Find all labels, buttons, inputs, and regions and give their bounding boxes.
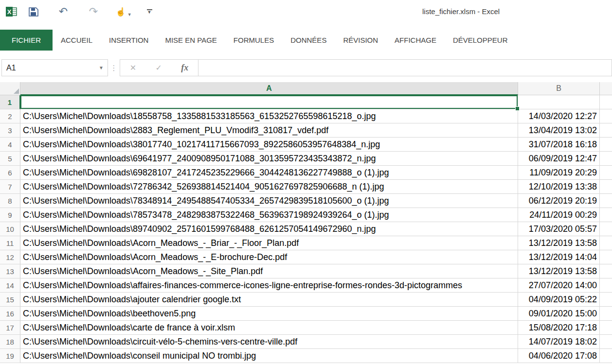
excel-logo-icon[interactable]: X xyxy=(5,4,18,19)
row-header[interactable]: 18 xyxy=(0,335,20,349)
undo-icon[interactable]: ↶ xyxy=(53,4,74,19)
row-header[interactable]: 5 xyxy=(0,152,20,166)
cell-date[interactable]: 11/09/2019 20:29 xyxy=(518,166,600,180)
row-header[interactable]: 4 xyxy=(0,138,20,152)
cell-date[interactable]: 13/04/2019 13:02 xyxy=(518,123,600,138)
row-header[interactable]: 2 xyxy=(0,109,20,123)
sheet-row: 15 C:\Users\Michel\Downloads\ajouter cal… xyxy=(0,293,612,307)
cell-date[interactable]: 14/03/2020 12:27 xyxy=(518,109,600,123)
cell-date[interactable]: 04/09/2019 05:22 xyxy=(518,293,600,307)
tab-données[interactable]: DONNÉES xyxy=(282,30,335,51)
save-icon[interactable] xyxy=(22,4,44,19)
cancel-icon[interactable]: ✕ xyxy=(130,63,136,72)
tab-mise-en-page[interactable]: MISE EN PAGE xyxy=(157,30,225,51)
cell-path[interactable]: C:\Users\Michel\Downloads\carte de franc… xyxy=(20,321,518,335)
name-box-dropdown-icon[interactable]: ▼ xyxy=(95,65,108,70)
sheet-row: 19 C:\Users\Michel\Downloads\conseil mun… xyxy=(0,349,612,363)
cell-path[interactable]: C:\Users\Michel\Downloads\18558758_13358… xyxy=(20,109,518,123)
cell-path[interactable]: C:\Users\Michel\Downloads\affaires-finan… xyxy=(20,278,518,293)
sheet-row: 1 xyxy=(0,95,612,109)
cell-path[interactable]: C:\Users\Michel\Downloads\78348914_24954… xyxy=(20,194,518,208)
row-header[interactable]: 3 xyxy=(0,123,20,138)
customize-qat-icon[interactable]: ▼ xyxy=(143,4,156,19)
row-header[interactable]: 11 xyxy=(0,236,20,250)
row-header[interactable]: 10 xyxy=(0,222,20,236)
cell-date[interactable]: 31/07/2018 16:18 xyxy=(518,138,600,152)
accept-icon[interactable]: ✓ xyxy=(155,63,162,72)
cell-date[interactable]: 09/01/2020 15:00 xyxy=(518,307,600,321)
row-header[interactable]: 8 xyxy=(0,194,20,208)
sheet-row: 2 C:\Users\Michel\Downloads\18558758_133… xyxy=(0,109,612,123)
row-header[interactable]: 6 xyxy=(0,166,20,180)
row-header[interactable]: 1 xyxy=(0,95,20,109)
cell-empty xyxy=(600,264,612,278)
cell-empty xyxy=(600,250,612,264)
cell-date[interactable]: 17/03/2020 05:57 xyxy=(518,222,600,236)
cell-date[interactable]: 13/12/2019 13:58 xyxy=(518,236,600,250)
cell-date[interactable]: 12/10/2019 13:38 xyxy=(518,180,600,194)
cell-path[interactable]: C:\Users\Michel\Downloads\Acorn_Meadows_… xyxy=(20,264,518,278)
cell-date[interactable]: 06/12/2019 20:19 xyxy=(518,194,600,208)
cell-empty xyxy=(600,349,612,363)
tab-révision[interactable]: RÉVISION xyxy=(335,30,386,51)
tab-accueil[interactable]: ACCUEIL xyxy=(53,30,101,51)
cell-date[interactable]: 06/09/2019 12:47 xyxy=(518,152,600,166)
row-header[interactable]: 15 xyxy=(0,293,20,307)
cell-path[interactable]: C:\Users\Michel\Downloads\78573478_24829… xyxy=(20,208,518,222)
name-box-value: A1 xyxy=(6,64,95,72)
select-all-corner[interactable] xyxy=(0,82,20,95)
cell-path[interactable]: C:\Users\Michel\Downloads\69641977_24009… xyxy=(20,152,518,166)
column-header-b[interactable]: B xyxy=(518,82,600,95)
title-bar: X ↶ ↷ ☝▼ ▼ liste_fichier.xlsm - Excel xyxy=(0,0,612,23)
redo-icon[interactable]: ↷ xyxy=(83,4,104,19)
cell-path[interactable] xyxy=(20,95,518,109)
cell-path[interactable]: C:\Users\Michel\Downloads\beethoven5.png xyxy=(20,307,518,321)
cell-path[interactable]: C:\Users\Michel\Downloads\Acorn_Meadows_… xyxy=(20,236,518,250)
insert-function-icon[interactable]: fx xyxy=(181,63,188,73)
cell-date[interactable]: 14/07/2019 18:02 xyxy=(518,335,600,349)
row-header[interactable]: 7 xyxy=(0,180,20,194)
row-header[interactable]: 14 xyxy=(0,278,20,293)
cell-path[interactable]: C:\Users\Michel\Downloads\89740902_25716… xyxy=(20,222,518,236)
cell-path[interactable]: C:\Users\Michel\Downloads\circuit-vélo-5… xyxy=(20,335,518,349)
cell-date[interactable]: 24/11/2019 00:29 xyxy=(518,208,600,222)
sheet-row: 9 C:\Users\Michel\Downloads\78573478_248… xyxy=(0,208,612,222)
cell-path[interactable]: C:\Users\Michel\Downloads\2883_Reglement… xyxy=(20,123,518,138)
row-header[interactable]: 17 xyxy=(0,321,20,335)
row-header[interactable]: 9 xyxy=(0,208,20,222)
sheet-row: 3 C:\Users\Michel\Downloads\2883_Regleme… xyxy=(0,123,612,138)
column-header-a[interactable]: A xyxy=(20,82,518,95)
cell-empty xyxy=(600,307,612,321)
sheet-row: 18 C:\Users\Michel\Downloads\circuit-vél… xyxy=(0,335,612,349)
cell-date[interactable]: 04/06/2020 17:08 xyxy=(518,349,600,363)
sheet-row: 16 C:\Users\Michel\Downloads\beethoven5.… xyxy=(0,307,612,321)
cell-date[interactable]: 27/07/2020 14:00 xyxy=(518,278,600,293)
cell-path[interactable]: C:\Users\Michel\Downloads\Acorn_Meadows_… xyxy=(20,250,518,264)
cell-date[interactable]: 15/08/2020 17:18 xyxy=(518,321,600,335)
row-header[interactable]: 19 xyxy=(0,349,20,363)
cell-path[interactable]: C:\Users\Michel\Downloads\conseil munici… xyxy=(20,349,518,363)
cell-empty xyxy=(600,95,612,109)
touch-mode-icon[interactable]: ☝▼ xyxy=(113,4,134,19)
cell-path[interactable]: C:\Users\Michel\Downloads\69828107_24172… xyxy=(20,166,518,180)
tab-développeur[interactable]: DÉVELOPPEUR xyxy=(445,30,516,51)
row-header[interactable]: 16 xyxy=(0,307,20,321)
tab-fichier[interactable]: FICHIER xyxy=(0,30,53,51)
row-header[interactable]: 13 xyxy=(0,264,20,278)
formula-bar-buttons: ✕ ✓ fx xyxy=(120,59,198,76)
cell-date[interactable]: 13/12/2019 14:04 xyxy=(518,250,600,264)
row-header[interactable]: 12 xyxy=(0,250,20,264)
ribbon-tabs: FICHIERACCUEILINSERTIONMISE EN PAGEFORMU… xyxy=(0,30,612,51)
cell-path[interactable]: C:\Users\Michel\Downloads\ajouter calend… xyxy=(20,293,518,307)
cell-path[interactable]: C:\Users\Michel\Downloads\38017740_10217… xyxy=(20,138,518,152)
cell-path[interactable]: C:\Users\Michel\Downloads\72786342_52693… xyxy=(20,180,518,194)
tab-insertion[interactable]: INSERTION xyxy=(101,30,157,51)
sheet-row: 5 C:\Users\Michel\Downloads\69641977_240… xyxy=(0,152,612,166)
excel-logo-icon: X xyxy=(5,6,18,17)
cell-date[interactable] xyxy=(518,95,600,109)
tab-affichage[interactable]: AFFICHAGE xyxy=(386,30,445,51)
formula-input[interactable] xyxy=(198,59,612,76)
tab-formules[interactable]: FORMULES xyxy=(225,30,282,51)
cell-date[interactable]: 13/12/2019 13:58 xyxy=(518,264,600,278)
name-box[interactable]: A1 ▼ xyxy=(1,59,108,76)
